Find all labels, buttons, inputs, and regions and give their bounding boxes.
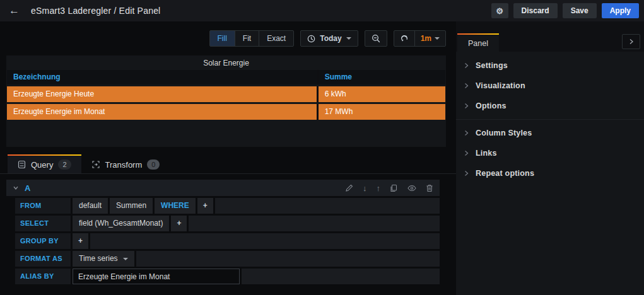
cell-bezeichnung: Erzeugte Energie Heute <box>7 86 317 102</box>
row-filler <box>215 198 440 214</box>
sidebar-divider <box>456 119 644 120</box>
main-area: Fill Fit Exact Today <box>0 21 456 295</box>
query-actions: ↓ ↑ <box>345 184 433 192</box>
section-label: Visualization <box>476 81 525 90</box>
section-links[interactable]: Links <box>456 143 644 163</box>
time-range-picker[interactable]: Today <box>300 30 358 47</box>
section-label: Column Styles <box>476 129 532 137</box>
alias-by-input[interactable] <box>73 269 240 284</box>
chevron-right-icon <box>464 130 469 136</box>
format-as-dropdown[interactable]: Time series <box>73 251 134 267</box>
refresh-icon <box>400 34 409 43</box>
group-by-row: GROUP BY + <box>15 233 440 249</box>
section-column-styles[interactable]: Column Styles <box>456 123 644 143</box>
chevron-right-icon <box>464 83 469 89</box>
topbar-actions: ⚙ Discard Save Apply <box>491 3 639 18</box>
refresh-button[interactable] <box>394 31 414 46</box>
move-query-up-icon[interactable]: ↑ <box>377 184 381 192</box>
delete-query-trash-icon[interactable] <box>426 184 433 192</box>
discard-button[interactable]: Discard <box>513 3 558 18</box>
size-mode-fit[interactable]: Fit <box>235 31 259 46</box>
editor-tabbar: Query 2 Transform 0 <box>0 154 456 174</box>
section-label: Repeat options <box>476 169 534 178</box>
section-label: Links <box>476 149 497 158</box>
row-filler <box>136 251 440 267</box>
chevron-right-icon <box>464 170 469 176</box>
transform-count-badge: 0 <box>147 159 160 170</box>
chevron-right-icon <box>464 103 469 109</box>
section-label: Options <box>476 101 506 110</box>
format-as-value: Time series <box>79 251 118 267</box>
row-filler <box>242 269 440 284</box>
refresh-interval-dropdown[interactable]: 1m <box>414 31 445 46</box>
alias-by-row: ALIAS BY <box>15 269 440 284</box>
tab-transform-label: Transform <box>105 160 143 170</box>
from-label: FROM <box>15 198 71 214</box>
section-visualization[interactable]: Visualization <box>456 76 644 96</box>
format-as-label: FORMAT AS <box>15 251 71 267</box>
refresh-interval-label: 1m <box>421 34 431 43</box>
time-range-label: Today <box>320 34 341 43</box>
row-filler <box>90 233 440 249</box>
select-label: SELECT <box>15 216 71 231</box>
database-icon <box>18 160 26 169</box>
sidebar-tabbar: Panel <box>456 21 644 52</box>
select-row: SELECT field (Wh_GesamtMonat) + <box>15 216 440 231</box>
panel-toolbar: Fill Fit Exact Today <box>0 21 456 47</box>
chevron-right-icon <box>464 150 469 156</box>
top-navbar: ← eSmart3 Laderegler / Edit Panel ⚙ Disc… <box>0 0 644 21</box>
tab-query[interactable]: Query 2 <box>8 154 81 173</box>
section-repeat-options[interactable]: Repeat options <box>456 163 644 183</box>
from-row: FROM default Summen WHERE + <box>15 198 440 214</box>
where-segment[interactable]: WHERE <box>155 198 196 214</box>
chevron-down-icon <box>435 37 440 40</box>
panel-title: Solar Energie <box>6 55 446 70</box>
panel-settings-button[interactable]: ⚙ <box>491 3 508 18</box>
size-mode-fill[interactable]: Fill <box>210 31 235 46</box>
collapse-query-icon[interactable] <box>13 185 19 191</box>
add-select-button[interactable]: + <box>171 216 187 231</box>
from-retention-segment[interactable]: default <box>73 198 108 214</box>
refresh-control: 1m <box>394 30 446 47</box>
size-mode-group: Fill Fit Exact <box>209 30 295 47</box>
cell-summe: 17 MWh <box>317 104 445 120</box>
tab-query-label: Query <box>31 160 53 170</box>
back-arrow-icon[interactable]: ← <box>9 4 20 17</box>
section-settings[interactable]: Settings <box>456 55 644 76</box>
tab-panel-label: Panel <box>468 39 488 48</box>
collapse-sidebar-button[interactable] <box>622 34 640 49</box>
select-field-segment[interactable]: field (Wh_GesamtMonat) <box>73 216 169 231</box>
disable-query-eye-icon[interactable] <box>407 185 416 192</box>
chevron-down-icon <box>346 37 351 40</box>
add-where-condition-button[interactable]: + <box>197 198 213 214</box>
from-measurement-segment[interactable]: Summen <box>110 198 153 214</box>
column-header-bezeichnung[interactable]: Bezeichnung <box>7 70 317 84</box>
edit-query-icon[interactable] <box>345 184 353 192</box>
size-mode-exact[interactable]: Exact <box>259 31 293 46</box>
page-title: eSmart3 Laderegler / Edit Panel <box>31 6 160 16</box>
section-options[interactable]: Options <box>456 96 644 116</box>
table-row: Erzeugte Energie Heute 6 kWh <box>7 86 445 102</box>
copy-query-icon[interactable] <box>390 184 398 192</box>
chevron-right-icon <box>464 62 469 69</box>
save-button[interactable]: Save <box>563 3 597 18</box>
query-ref-id[interactable]: A <box>25 183 30 193</box>
query-header-row: A ↓ ↑ <box>6 180 440 196</box>
apply-button[interactable]: Apply <box>602 3 639 18</box>
chevron-right-icon <box>629 38 634 45</box>
sidebar-sections: Settings Visualization Options Column St… <box>456 52 644 183</box>
row-filler <box>189 216 440 231</box>
format-as-row: FORMAT AS Time series <box>15 251 440 267</box>
cell-summe: 6 kWh <box>317 86 445 102</box>
zoom-out-button[interactable] <box>365 30 387 47</box>
table-panel: Solar Energie Bezeichnung Summe Erzeugte… <box>6 55 446 147</box>
query-editor: A ↓ ↑ <box>6 180 440 284</box>
add-group-by-button[interactable]: + <box>73 233 88 249</box>
move-query-down-icon[interactable]: ↓ <box>363 184 367 192</box>
clock-icon <box>307 35 315 43</box>
column-header-summe[interactable]: Summe <box>317 70 445 84</box>
search-minus-icon <box>372 34 380 43</box>
tab-transform[interactable]: Transform 0 <box>81 154 170 173</box>
alias-by-label: ALIAS BY <box>15 269 71 284</box>
tab-panel[interactable]: Panel <box>457 33 499 52</box>
